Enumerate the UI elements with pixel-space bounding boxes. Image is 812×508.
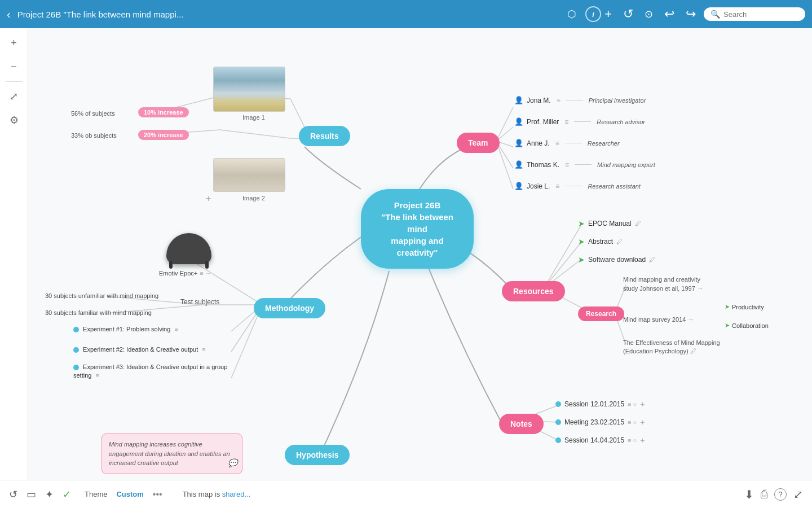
check-button[interactable]: ✓ bbox=[63, 488, 71, 501]
menu-icon: ≡ bbox=[564, 118, 568, 126]
clock-button[interactable]: ⊙ bbox=[641, 7, 656, 21]
zoom-in-button[interactable]: + bbox=[5, 34, 23, 52]
arrow-icon: ➤ bbox=[578, 219, 585, 228]
research-item-1[interactable]: Mind mapping and creativity study Johnso… bbox=[623, 275, 713, 294]
title-dropdown-icon[interactable]: ⬡ bbox=[567, 8, 576, 20]
search-box[interactable]: 🔍 bbox=[704, 7, 805, 21]
dot-icon bbox=[73, 365, 79, 370]
hypothesis-node[interactable]: Hypothesis bbox=[285, 445, 350, 465]
topbar: ‹ Project 26B "The link between mind map… bbox=[0, 0, 812, 28]
note-item-3[interactable]: Session 14.04.2015 ≡ ○ + bbox=[555, 436, 645, 445]
note-plus-icon[interactable]: + bbox=[640, 436, 645, 445]
resource-abstract[interactable]: ➤ Abstract 🖊 bbox=[578, 237, 623, 246]
research-node[interactable]: Research bbox=[578, 306, 624, 321]
test-subjects-label: Test subjects bbox=[180, 298, 219, 306]
clip-icon: 🖊 bbox=[616, 238, 623, 245]
help-button[interactable]: ? bbox=[774, 488, 787, 501]
sidebar-divider bbox=[6, 81, 23, 82]
undo-button[interactable]: ↩ bbox=[661, 6, 678, 23]
resource-epoc[interactable]: ➤ EPOC Manual 🖊 bbox=[578, 219, 641, 228]
wand-button[interactable]: ✦ bbox=[45, 488, 54, 501]
arrow-green-icon: ➤ bbox=[725, 303, 730, 310]
screen-button[interactable]: ▭ bbox=[27, 488, 36, 501]
zoom-out-button[interactable]: − bbox=[5, 58, 23, 76]
central-node[interactable]: Project 26B "The link between mind mappi… bbox=[361, 189, 474, 269]
results-node[interactable]: Results bbox=[299, 126, 350, 146]
redo-button[interactable]: ↪ bbox=[682, 6, 699, 23]
node-expand-button[interactable]: ⤢ bbox=[5, 87, 23, 106]
research-item-2[interactable]: Mind map survey 2014 → bbox=[623, 315, 696, 325]
note-dot-icon bbox=[555, 419, 561, 425]
svg-line-4 bbox=[496, 141, 513, 189]
research-item-3[interactable]: The Effectiveness of Mind Mapping (Educa… bbox=[623, 339, 725, 356]
avatar-icon: 👤 bbox=[514, 96, 523, 104]
search-input[interactable] bbox=[723, 10, 797, 19]
team-member-josie[interactable]: 👤 Josie L. ≡ Research assistant bbox=[514, 182, 641, 190]
bottombar: ↺ ▭ ✦ ✓ Theme Custom ••• This map is sha… bbox=[0, 480, 812, 508]
result-badge-1: 10% increase bbox=[138, 107, 189, 117]
team-member-anne[interactable]: 👤 Anne J. ≡ Researcher bbox=[514, 139, 620, 147]
settings-button[interactable]: ⚙ bbox=[5, 111, 23, 129]
experiment-1[interactable]: Experiment #1: Problem solving ≡ bbox=[73, 326, 178, 332]
emotiv-label[interactable]: Emotiv Epoc+ ≡ → bbox=[159, 270, 211, 277]
note-item-1[interactable]: Session 12.01.2015 ≡ ○ + bbox=[555, 400, 645, 409]
methodology-node[interactable]: Methodology bbox=[254, 298, 325, 318]
info-button[interactable]: i bbox=[585, 6, 601, 22]
emotiv-image[interactable] bbox=[164, 229, 214, 268]
add-button[interactable]: + bbox=[601, 6, 615, 23]
experiment-2[interactable]: Experiment #2: Ideation & Creative outpu… bbox=[73, 346, 206, 353]
back-button[interactable]: ‹ bbox=[7, 8, 11, 21]
experiment-3[interactable]: Experiment #3: Ideation & Creative outpu… bbox=[73, 363, 231, 380]
productivity-tag[interactable]: ➤ Productivity bbox=[725, 303, 764, 310]
avatar-icon: 👤 bbox=[514, 182, 523, 190]
resource-software[interactable]: ➤ Software download 🖊 bbox=[578, 255, 655, 264]
shared-text: This map is shared... bbox=[183, 490, 251, 498]
clip-icon: 🖊 bbox=[635, 220, 641, 227]
result-text-1: 56% of subjects bbox=[71, 110, 115, 117]
team-member-prof-miller[interactable]: 👤 Prof. Miller ≡ Research advisor bbox=[514, 117, 645, 126]
print-button[interactable]: ⎙ bbox=[761, 488, 767, 501]
note-dot-icon bbox=[555, 401, 561, 407]
svg-line-0 bbox=[496, 107, 513, 141]
menu-icon: ≡ bbox=[565, 161, 569, 169]
history-button[interactable]: ↺ bbox=[9, 488, 17, 501]
document-title: Project 26B "The link between mind mappi… bbox=[17, 10, 564, 19]
shared-link[interactable]: shared... bbox=[222, 490, 251, 498]
exit-button[interactable]: ⤢ bbox=[793, 488, 803, 501]
team-node[interactable]: Team bbox=[457, 133, 500, 153]
image2-label: Image 2 bbox=[242, 195, 265, 202]
svg-line-7 bbox=[220, 130, 290, 138]
image-2[interactable] bbox=[213, 158, 285, 192]
chat-icon: 💬 bbox=[228, 457, 237, 469]
theme-label: Theme bbox=[85, 490, 107, 498]
resources-node[interactable]: Resources bbox=[502, 281, 565, 301]
download-button[interactable]: ⬇ bbox=[744, 488, 754, 501]
team-member-thomas[interactable]: 👤 Thomas K. ≡ Mind mapping expert bbox=[514, 160, 655, 169]
arrow-green-icon: ➤ bbox=[725, 322, 730, 329]
hypothesis-text[interactable]: Mind mapping increases cognitive engagem… bbox=[102, 433, 242, 474]
add-image-button[interactable]: + bbox=[206, 194, 211, 204]
subject-row-1: 30 subjects unfamiliar with mind mapping bbox=[45, 292, 158, 299]
menu-icon: ≡ bbox=[555, 139, 559, 147]
note-item-2[interactable]: Meeting 23.02.2015 ≡ ○ + bbox=[555, 418, 645, 427]
note-plus-icon[interactable]: + bbox=[640, 400, 645, 409]
collaboration-tag[interactable]: ➤ Collaboration bbox=[725, 322, 769, 329]
clip-icon: 🖊 bbox=[649, 256, 655, 263]
avatar-icon: 👤 bbox=[514, 117, 523, 126]
arrow-icon: ➤ bbox=[578, 255, 585, 264]
subject-row-2: 30 subjects familiar with mind mapping bbox=[45, 309, 152, 316]
avatar-icon: 👤 bbox=[514, 160, 523, 169]
image1-label: Image 1 bbox=[242, 114, 265, 121]
search-icon: 🔍 bbox=[710, 10, 720, 19]
dot-icon bbox=[73, 347, 79, 353]
image-1[interactable] bbox=[213, 67, 285, 112]
notes-node[interactable]: Notes bbox=[499, 414, 544, 434]
team-member-jona[interactable]: 👤 Jona M. ≡ Principal investigator bbox=[514, 96, 646, 104]
note-plus-icon[interactable]: + bbox=[640, 418, 645, 427]
theme-dots-button[interactable]: ••• bbox=[153, 489, 162, 500]
custom-button[interactable]: Custom bbox=[116, 490, 143, 498]
rotate-button[interactable]: ↺ bbox=[620, 6, 637, 23]
menu-icon: ≡ bbox=[555, 182, 559, 190]
svg-line-11 bbox=[544, 226, 581, 288]
note-dot-icon bbox=[555, 437, 561, 443]
